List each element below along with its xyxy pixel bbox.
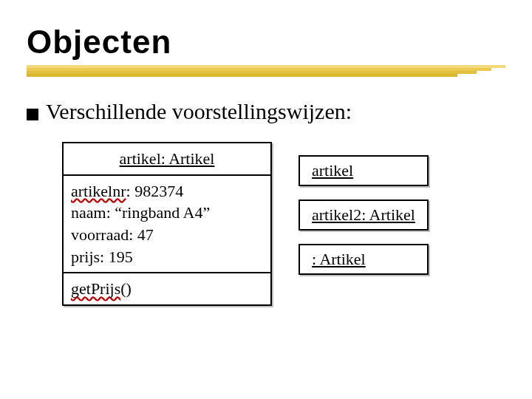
attr-line: prijs: 195 [71, 246, 263, 268]
bullet-icon [27, 109, 38, 120]
op-line: getPrijs() [71, 278, 263, 300]
attr-line: artikelnr: 982374 [71, 180, 263, 202]
op-name: getPrijs [71, 279, 120, 298]
short-object-box-3: : Artikel [299, 244, 429, 275]
uml-object-attributes: artikelnr: 982374 naam: “ringband A4” vo… [64, 174, 270, 273]
uml-object-name-text: artikel: Artikel [120, 149, 215, 168]
slide-title: Objecten [27, 24, 505, 61]
attr-rest: : 982374 [126, 182, 184, 200]
attr-label: artikelnr [71, 182, 126, 200]
content-row: artikel: Artikel artikelnr: 982374 naam:… [27, 142, 505, 306]
uml-object-full: artikel: Artikel artikelnr: 982374 naam:… [62, 142, 272, 306]
subtitle-row: Verschillende voorstellingswijzen: [27, 99, 505, 124]
short-object-3-text: : Artikel [312, 250, 366, 268]
uml-object-operations: getPrijs() [64, 272, 270, 304]
uml-object-name: artikel: Artikel [64, 143, 270, 174]
attr-line: naam: “ringband A4” [71, 202, 263, 224]
short-forms-column: artikel artikel2: Artikel : Artikel [299, 155, 429, 288]
full-object-column: artikel: Artikel artikelnr: 982374 naam:… [62, 142, 272, 306]
short-object-box-1: artikel [299, 155, 429, 186]
short-object-1-text: artikel [312, 161, 353, 180]
subtitle-text: Verschillende voorstellingswijzen: [46, 99, 352, 124]
title-underline [27, 65, 505, 78]
op-parens: () [120, 279, 132, 298]
short-object-box-2: artikel2: Artikel [299, 200, 429, 231]
slide: Objecten Verschillende voorstellingswijz… [0, 0, 532, 399]
attr-line: voorraad: 47 [71, 224, 263, 246]
short-object-2-text: artikel2: Artikel [312, 205, 415, 224]
